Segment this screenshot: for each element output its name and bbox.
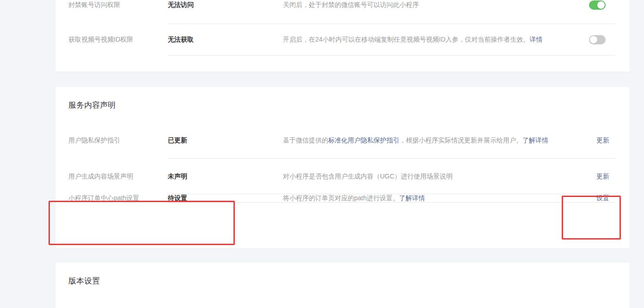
description-text: 将小程序的订单页对应的path进行设置。 [283, 194, 399, 202]
service-status: 未声明 [168, 172, 283, 181]
permission-description: 开启后，在24小时内可以在移动端复制任意视频号视频ID入参，仅对当前操作者生效。… [283, 36, 583, 44]
description-text: 基于微信提供的 [283, 136, 328, 144]
service-description: 基于微信提供的标准化用户隐私保护指引，根据小程序实际情况更新并展示给用户。了解详… [283, 136, 583, 145]
service-status: 已更新 [168, 136, 283, 145]
permission-description: 关闭后，处于封禁的微信账号可以访问此小程序 [283, 1, 583, 9]
permission-status: 无法获取 [168, 36, 283, 44]
service-label: 用户隐私保护指引 [55, 136, 168, 145]
toggle-knob [597, 1, 605, 9]
service-action-cell: 更新 [583, 172, 630, 181]
service-status: 待设置 [168, 194, 283, 203]
description-text: 开启后，在24小时内可以在移动端复制任意视频号视频ID入参，仅对当前操作者生效。 [283, 36, 530, 43]
video-id-toggle[interactable] [589, 35, 606, 44]
service-declaration-card: 服务内容声明 用户隐私保护指引 已更新 基于微信提供的标准化用户隐私保护指引，根… [55, 87, 630, 248]
toggle-knob [590, 36, 597, 43]
service-action-cell: 设置 [583, 194, 630, 203]
update-ugc-button[interactable]: 更新 [596, 172, 609, 181]
ban-access-toggle[interactable] [589, 0, 606, 10]
privacy-guideline-link[interactable]: 标准化用户隐私保护指引 [328, 136, 399, 144]
card-title: 版本设置 [55, 263, 630, 287]
permission-action-cell [583, 35, 630, 44]
service-row-order-path: 小程序订单中心path设置 待设置 将小程序的订单页对应的path进行设置。了解… [55, 194, 630, 203]
learn-more-link[interactable]: 了解详情 [399, 194, 425, 202]
description-text: 对小程序是否包含用户生成内容（UGC）进行使用场景说明 [283, 172, 453, 180]
version-settings-card: 版本设置 [55, 263, 630, 308]
detail-link[interactable]: 详情 [530, 36, 543, 43]
learn-more-link[interactable]: 了解详情 [522, 136, 548, 144]
service-row-ugc: 用户生成内容场景声明 未声明 对小程序是否包含用户生成内容（UGC）进行使用场景… [55, 159, 630, 194]
permission-row-video-id: 获取视频号视频ID权限 无法获取 开启后，在24小时内可以在移动端复制任意视频号… [55, 24, 630, 55]
service-description: 对小程序是否包含用户生成内容（UGC）进行使用场景说明 [283, 172, 583, 181]
set-order-path-button[interactable]: 设置 [596, 194, 609, 203]
service-row-privacy: 用户隐私保护指引 已更新 基于微信提供的标准化用户隐私保护指引，根据小程序实际情… [55, 123, 630, 159]
permission-row-ban-access: 封禁账号访问权限 无法访问 关闭后，处于封禁的微信账号可以访问此小程序 [55, 0, 630, 24]
update-privacy-button[interactable]: 更新 [596, 136, 609, 145]
service-label: 小程序订单中心path设置 [55, 194, 168, 203]
card-title: 服务内容声明 [55, 87, 630, 111]
description-text: ，根据小程序实际情况更新并展示给用户。 [399, 136, 522, 144]
permission-status: 无法访问 [168, 1, 283, 9]
permission-action-cell [583, 0, 630, 10]
permissions-card: 封禁账号访问权限 无法访问 关闭后，处于封禁的微信账号可以访问此小程序 获取视频… [55, 0, 630, 72]
service-label: 用户生成内容场景声明 [55, 172, 168, 181]
service-description: 将小程序的订单页对应的path进行设置。了解详情 [283, 194, 583, 203]
permission-label: 封禁账号访问权限 [55, 1, 168, 9]
permission-label: 获取视频号视频ID权限 [55, 36, 168, 44]
service-action-cell: 更新 [583, 136, 630, 145]
